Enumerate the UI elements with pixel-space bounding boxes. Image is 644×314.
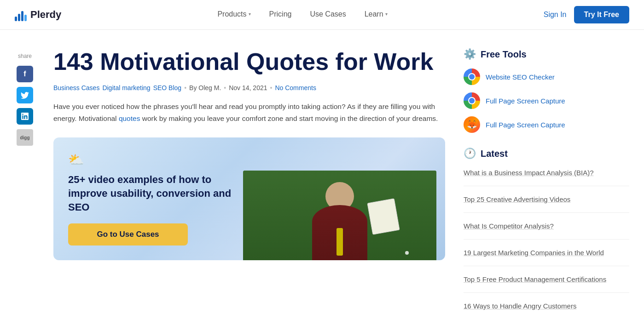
logo-icon [15, 8, 27, 21]
tool-seo-checker[interactable]: Website SEO Checker [486, 73, 555, 81]
latest-link-2[interactable]: What Is Competitor Analysis? [464, 222, 554, 230]
try-free-button[interactable]: Try It Free [574, 6, 629, 23]
sign-in-button[interactable]: Sign In [544, 11, 567, 19]
digg-share-button[interactable]: digg [17, 129, 33, 146]
article-meta: Business Cases Digital marketing SEO Blo… [53, 84, 445, 91]
article-title: 143 Motivational Quotes for Work [53, 48, 445, 76]
cta-text-area: ⛅ 25+ video examples of how to improve u… [68, 152, 243, 260]
meta-date: Nov 14, 2021 [229, 84, 267, 91]
twitter-share-button[interactable] [17, 87, 33, 103]
latest-list: What is a Business Impact Analysis (BIA)… [464, 168, 629, 314]
video-thumbnail: [adult swim] [243, 171, 436, 260]
clock-icon: 🕐 [464, 148, 476, 160]
tool-item: Website SEO Checker [464, 69, 629, 85]
share-label: share [18, 53, 32, 59]
free-tools-title: ⚙️ Free Tools [464, 48, 629, 60]
meta-author: By Oleg M. [189, 84, 221, 91]
meta-separator: • [184, 84, 186, 91]
latest-section: 🕐 Latest What is a Business Impact Analy… [464, 148, 629, 314]
firefox-icon: 🦊 [464, 116, 480, 133]
gear-icon: ⚙️ [464, 48, 476, 60]
nav-right: Sign In Try It Free [544, 6, 629, 23]
tool-screen-capture-1[interactable]: Full Page Screen Capture [486, 97, 565, 105]
chrome-icon [464, 69, 480, 85]
navbar: Plerdy Products ▾ Pricing Use Cases Lear… [0, 0, 644, 30]
tool-item: 🦊 Full Page Screen Capture [464, 116, 629, 133]
free-tools-section: ⚙️ Free Tools Website SEO Checker F [464, 48, 629, 133]
article-intro: Have you ever noticed how the phrases yo… [53, 101, 445, 125]
list-item: What is a Business Impact Analysis (BIA)… [464, 168, 629, 186]
cta-banner: ⛅ 25+ video examples of how to improve u… [53, 137, 445, 260]
nav-item-products[interactable]: Products ▾ [208, 0, 260, 30]
meta-comments[interactable]: No Comments [275, 84, 316, 91]
logo-text: Plerdy [30, 9, 61, 21]
chevron-down-icon: ▾ [385, 11, 388, 17]
cta-button[interactable]: Go to Use Cases [68, 223, 188, 245]
free-tools-list: Website SEO Checker Full Page Screen Cap… [464, 69, 629, 133]
nav-item-learn[interactable]: Learn ▾ [355, 0, 397, 30]
list-item: Top 25 Creative Advertising Videos [464, 194, 629, 213]
page-layout: share f digg 143 Motivational Quotes for… [0, 30, 644, 314]
tag-business-cases[interactable]: Business Cases [53, 84, 99, 91]
logo[interactable]: Plerdy [15, 8, 61, 21]
latest-link-1[interactable]: Top 25 Creative Advertising Videos [464, 195, 570, 203]
tag-digital-marketing[interactable]: Digital marketing [102, 84, 150, 91]
chevron-down-icon: ▾ [249, 11, 251, 17]
latest-title: 🕐 Latest [464, 148, 629, 160]
tool-item: Full Page Screen Capture [464, 92, 629, 109]
quotes-link[interactable]: quotes [119, 114, 140, 122]
main-content: 143 Motivational Quotes for Work Busines… [53, 48, 445, 314]
meta-separator2: • [224, 84, 226, 91]
list-item: What Is Competitor Analysis? [464, 221, 629, 240]
facebook-share-button[interactable]: f [17, 66, 33, 82]
meta-separator3: • [270, 84, 273, 91]
linkedin-share-button[interactable] [17, 108, 33, 125]
latest-link-5[interactable]: 16 Ways to Handle Angry Customers [464, 302, 576, 310]
nav-item-pricing[interactable]: Pricing [260, 0, 301, 30]
share-sidebar: share f digg [15, 48, 35, 314]
tag-seo-blog[interactable]: SEO Blog [153, 84, 181, 91]
nav-item-use-cases[interactable]: Use Cases [301, 0, 355, 30]
sidebar: ⚙️ Free Tools Website SEO Checker F [464, 48, 629, 314]
nav-links: Products ▾ Pricing Use Cases Learn ▾ [208, 0, 396, 30]
dot-indicator [405, 251, 409, 255]
cta-heading: 25+ video examples of how to improve usa… [68, 173, 243, 214]
tool-screen-capture-2[interactable]: Full Page Screen Capture [486, 121, 565, 129]
latest-link-0[interactable]: What is a Business Impact Analysis (BIA)… [464, 169, 594, 177]
list-item: Top 5 Free Product Management Certificat… [464, 274, 629, 293]
latest-link-4[interactable]: Top 5 Free Product Management Certificat… [464, 275, 606, 283]
latest-link-3[interactable]: 19 Largest Marketing Companies in the Wo… [464, 249, 604, 257]
list-item: 19 Largest Marketing Companies in the Wo… [464, 248, 629, 266]
cloud-icon: ⛅ [68, 152, 243, 167]
list-item: 16 Ways to Handle Angry Customers [464, 301, 629, 314]
chrome-icon-2 [464, 92, 480, 109]
cta-image-area: [adult swim] [243, 159, 445, 260]
